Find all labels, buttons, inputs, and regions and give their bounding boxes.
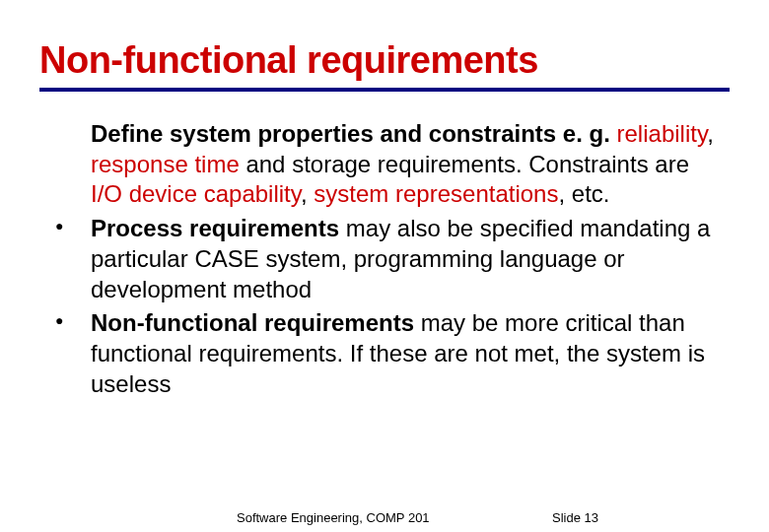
text-segment: I/O device capability: [91, 180, 301, 207]
slide-body: Define system properties and constraints…: [39, 119, 730, 399]
text-segment: Process requirements: [91, 215, 339, 241]
text-segment: constraints: [429, 120, 556, 147]
footer-slide-num: 13: [585, 510, 598, 525]
bullet-item: Process requirements may also be specifi…: [91, 214, 720, 304]
text-segment: ,: [301, 180, 314, 207]
text-segment: Non-functional requirements: [91, 309, 414, 336]
slide: Non-functional requirements Define syste…: [0, 0, 769, 532]
footer-slide-label: Slide: [552, 510, 581, 525]
text-segment: ,: [707, 120, 714, 147]
slide-title: Non-functional requirements: [39, 39, 730, 82]
text-segment: and: [374, 120, 429, 147]
text-segment: reliability: [617, 120, 708, 147]
text-segment: e. g.: [556, 120, 616, 147]
footer-course: Software Engineering, COMP 201: [237, 510, 430, 525]
text-segment: system representations: [314, 180, 558, 207]
text-segment: Define system properties: [91, 120, 374, 147]
bullet-item: Define system properties and constraints…: [91, 119, 720, 210]
text-segment: and storage requirements. Constraints ar…: [240, 151, 689, 177]
title-underline: [39, 88, 730, 92]
bullet-item: Non-functional requirements may be more …: [91, 308, 720, 399]
footer-slide-number: Slide 13: [552, 510, 598, 525]
text-segment: response time: [91, 151, 240, 177]
text-segment: , etc.: [558, 180, 609, 207]
